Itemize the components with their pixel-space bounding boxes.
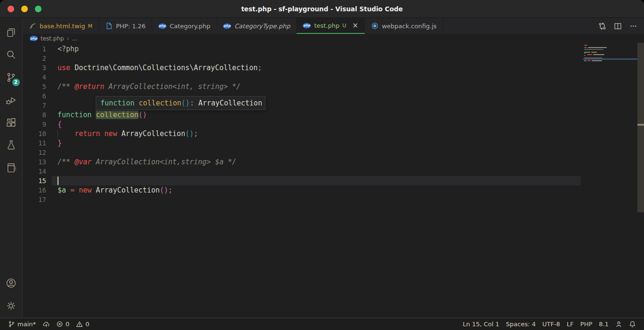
activity-item-extensions[interactable]: [0, 112, 23, 135]
code-line: 4: [23, 72, 644, 82]
editor-column: base.html.twigMPHP: 1.26phpCategory.phpp…: [23, 18, 644, 318]
code-token: new: [79, 186, 91, 194]
maximize-window-button[interactable]: [35, 6, 41, 12]
code-text: /** @var ArrayCollection<int,string> $a …: [58, 157, 236, 167]
minimap[interactable]: [583, 43, 637, 318]
code-token: [58, 129, 74, 138]
status-label: 8.1: [599, 321, 609, 328]
line-number: 1: [23, 44, 46, 54]
status-spaces-4[interactable]: Spaces: 4: [503, 318, 539, 330]
status-label: Spaces: 4: [506, 321, 536, 328]
php-icon: php: [30, 36, 38, 41]
status-ln-15-col-1[interactable]: Ln 15, Col 1: [460, 318, 503, 330]
tab-webpack.config.js[interactable]: webpack.config.js: [365, 18, 443, 34]
tabs: base.html.twigMPHP: 1.26phpCategory.phpp…: [23, 18, 443, 34]
status-0[interactable]: 0: [73, 318, 92, 330]
code-token: :: [190, 99, 194, 107]
tab-categorytype.php[interactable]: phpCategoryType.php: [217, 18, 297, 34]
compare-changes-icon[interactable]: [598, 22, 606, 30]
code-token: <?php: [58, 45, 79, 53]
activity-item-testing[interactable]: [0, 135, 23, 157]
tab-status-badge: U: [342, 23, 346, 29]
status-utf-8[interactable]: UTF-8: [539, 318, 563, 330]
breadcrumb[interactable]: php test.php › …: [23, 34, 644, 43]
code-token: new: [104, 129, 117, 138]
tab-label: test.php: [314, 22, 339, 29]
code-token: [74, 186, 79, 194]
php-icon: php: [303, 23, 311, 28]
status-main-[interactable]: main*: [5, 318, 39, 330]
code-token: [100, 129, 104, 138]
status-0[interactable]: 0: [53, 318, 73, 330]
code-token: ;: [194, 129, 198, 138]
tab-test.php[interactable]: phptest.phpU×: [297, 18, 364, 34]
vertical-scrollbar[interactable]: [637, 43, 644, 318]
minimap-mark: [587, 54, 592, 55]
minimap-mark: [584, 49, 603, 50]
tab-php-1.26[interactable]: PHP: 1.26: [99, 18, 152, 34]
minimap-mark: [587, 60, 591, 61]
close-window-button[interactable]: [8, 6, 14, 12]
tab-bar: base.html.twigMPHP: 1.26phpCategory.phpp…: [23, 18, 644, 34]
code-token: =: [70, 186, 74, 194]
status-cloud-upload[interactable]: [39, 318, 53, 330]
extensions-icon: [5, 117, 17, 130]
breadcrumb-file[interactable]: test.php: [41, 35, 64, 42]
tab-base.html.twig[interactable]: base.html.twigM: [23, 18, 99, 34]
code-token: ;: [257, 64, 262, 72]
line-number: 10: [23, 129, 46, 138]
more-actions-icon[interactable]: [629, 22, 637, 30]
code-token: @return: [74, 82, 104, 91]
activity-item-run-debug[interactable]: [0, 89, 23, 112]
status-bar: main*00 Ln 15, Col 1Spaces: 4UTF-8LFPHP8…: [0, 318, 644, 330]
activity-item-settings[interactable]: [0, 295, 23, 318]
titlebar: test.php - sf-playground - Visual Studio…: [0, 0, 644, 18]
text-cursor: [58, 177, 58, 185]
status-php[interactable]: PHP: [577, 318, 595, 330]
indent-guide: [58, 129, 58, 138]
overview-cursor-mark: [637, 124, 644, 126]
status-label: PHP: [580, 321, 592, 328]
minimap-mark: [584, 53, 586, 54]
code-token: collection: [139, 99, 181, 107]
status-bell[interactable]: [626, 318, 639, 330]
window-controls: [8, 0, 41, 18]
code-token: [134, 99, 139, 107]
activity-item-account[interactable]: [0, 273, 23, 295]
status-feedback[interactable]: [612, 318, 626, 330]
scrollbar-thumb[interactable]: [637, 43, 644, 212]
minimap-mark: [584, 60, 586, 61]
tab-label: CategoryType.php: [234, 23, 290, 30]
branch-icon: [8, 321, 15, 328]
activity-item-notebook[interactable]: [0, 157, 23, 180]
settings-icon: [5, 300, 17, 314]
tab-label: Category.php: [170, 23, 210, 30]
line-number: 8: [23, 110, 46, 120]
activity-item-explorer[interactable]: [0, 22, 23, 44]
activity-item-source-control[interactable]: 2: [0, 67, 23, 89]
code-token: function: [58, 111, 91, 119]
php-icon: php: [223, 24, 231, 29]
split-editor-icon[interactable]: [614, 22, 622, 30]
code-token: [91, 186, 96, 194]
feedback-icon: [615, 321, 622, 328]
activity-item-search[interactable]: [0, 44, 23, 67]
tabbar-empty-space: [443, 18, 592, 34]
main-area: 2 base.html.twigMPHP: 1.26phpCategory.ph…: [0, 18, 644, 318]
status-label: LF: [567, 321, 574, 328]
status-8.1[interactable]: 8.1: [595, 318, 612, 330]
code-line: 9{: [23, 120, 644, 129]
code-token: ArrayCollection<int,string> $a */: [91, 158, 236, 166]
code-token: /**: [58, 158, 74, 166]
status-lf[interactable]: LF: [563, 318, 577, 330]
tab-category.php[interactable]: phpCategory.php: [152, 18, 217, 34]
search-icon: [5, 49, 17, 63]
line-number: 13: [23, 157, 46, 167]
code-editor[interactable]: 1<?php23use Doctrine\Common\Collections\…: [23, 43, 644, 318]
tab-label: webpack.config.js: [382, 23, 437, 30]
close-tab-icon[interactable]: ×: [352, 22, 358, 29]
minimize-window-button[interactable]: [21, 6, 28, 12]
breadcrumb-more[interactable]: …: [72, 35, 78, 42]
code-line: 12: [23, 148, 644, 157]
code-token: (): [185, 129, 194, 138]
